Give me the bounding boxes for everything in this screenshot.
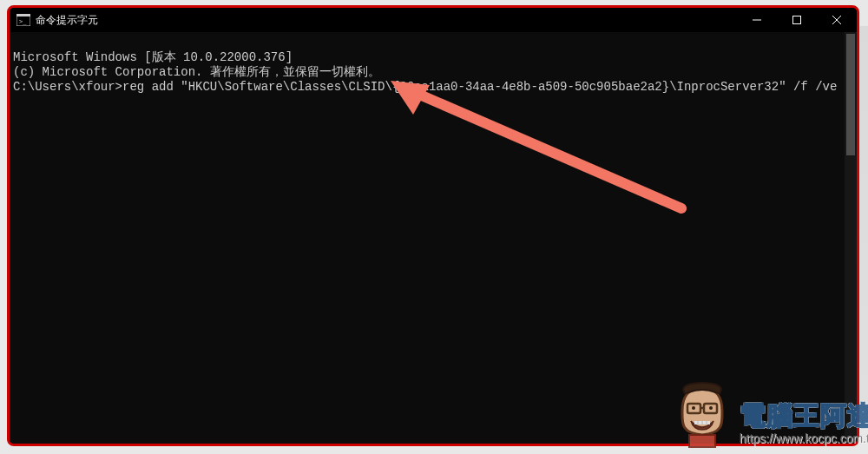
window-controls	[737, 8, 857, 32]
terminal-line: (c) Microsoft Corporation. 著作權所有，並保留一切權利…	[13, 65, 857, 80]
command-prompt-window: >_ 命令提示字元 Microsoft Windows [版本 10.0.220…	[7, 5, 859, 446]
svg-rect-4	[793, 16, 801, 24]
prompt: C:\Users\xfour>	[13, 80, 122, 94]
close-button[interactable]	[817, 8, 857, 32]
maximize-button[interactable]	[777, 8, 817, 32]
background-edge	[859, 26, 868, 425]
svg-text:>_: >_	[19, 18, 27, 25]
scrollbar-thumb[interactable]	[846, 34, 855, 155]
terminal-line: Microsoft Windows [版本 10.0.22000.376]	[13, 50, 857, 65]
terminal-icon: >_	[16, 14, 30, 26]
window-title: 命令提示字元	[36, 13, 737, 28]
command-text: reg add "HKCU\Software\Classes\CLSID\{86…	[122, 80, 837, 94]
minimize-button[interactable]	[737, 8, 777, 32]
terminal-prompt-line: C:\Users\xfour>reg add "HKCU\Software\Cl…	[13, 80, 857, 95]
terminal-body[interactable]: Microsoft Windows [版本 10.0.22000.376](c)…	[10, 32, 857, 444]
titlebar[interactable]: >_ 命令提示字元	[10, 8, 857, 32]
svg-rect-1	[16, 14, 30, 16]
scrollbar[interactable]	[845, 32, 857, 444]
